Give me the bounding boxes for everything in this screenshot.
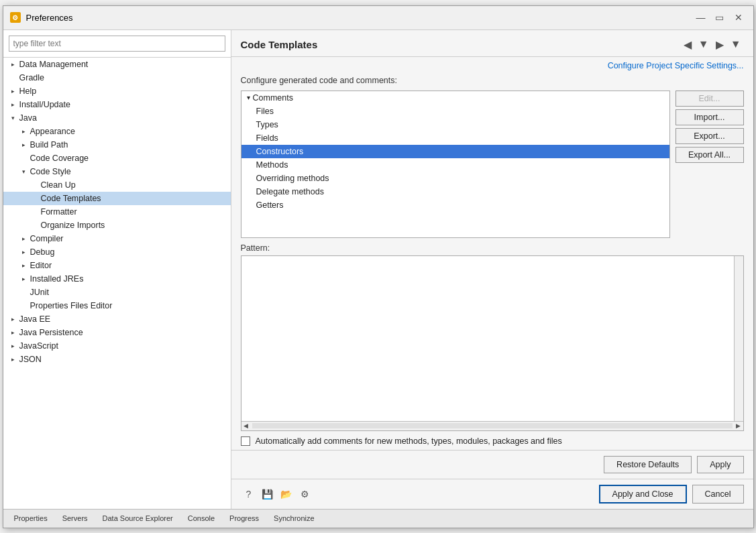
code-tree-item-files[interactable]: Files	[241, 105, 669, 118]
sidebar-item-java-ee[interactable]: Java EE	[3, 312, 231, 326]
nav-forward-dropdown[interactable]: ▼	[728, 37, 744, 52]
minimize-button[interactable]: —	[693, 9, 709, 25]
code-tree-label-comments: Comments	[253, 93, 293, 103]
sidebar-item-help[interactable]: Help	[3, 84, 231, 98]
close-button[interactable]: ✕	[731, 9, 747, 25]
edit-button[interactable]: Edit...	[676, 91, 744, 107]
sidebar-item-build-path[interactable]: Build Path	[3, 138, 231, 152]
java-ee-arrow-icon	[9, 314, 18, 324]
sidebar-item-installed-jres[interactable]: Installed JREs	[3, 272, 231, 286]
code-tree-item-types[interactable]: Types	[241, 118, 669, 131]
sidebar-item-json[interactable]: JSON	[3, 353, 231, 366]
configure-link[interactable]: Configure Project Specific Settings...	[231, 57, 753, 73]
footer-bar: PropertiesServersData Source ExplorerCon…	[3, 509, 753, 528]
title-bar: ⚙ Preferences — ▭ ✕	[3, 6, 753, 30]
sidebar-item-debug[interactable]: Debug	[3, 245, 231, 259]
apply-button[interactable]: Apply	[697, 456, 743, 473]
sidebar-item-compiler[interactable]: Compiler	[3, 232, 231, 245]
sidebar-item-label-installed-jres: Installed JREs	[30, 274, 84, 284]
sidebar-item-formatter[interactable]: Formatter	[3, 205, 231, 219]
code-tree-item-methods[interactable]: Methods	[241, 158, 669, 172]
scrollbar-track[interactable]	[252, 423, 733, 428]
scroll-left-icon[interactable]: ◀	[241, 421, 251, 430]
help-icon-button[interactable]: ?	[241, 486, 257, 502]
window-icon: ⚙	[10, 12, 21, 23]
sidebar-item-javascript[interactable]: JavaScript	[3, 339, 231, 353]
code-tree-area: ▾CommentsFilesTypesFieldsConstructorsMet…	[241, 91, 744, 238]
code-tree-item-constructors[interactable]: Constructors	[241, 145, 669, 158]
right-panel: Code Templates ◀ ▼ ▶ ▼ Configure Project…	[231, 30, 753, 509]
scroll-right-icon[interactable]: ▶	[734, 421, 743, 430]
nav-back-button[interactable]: ◀	[681, 37, 694, 52]
title-bar-left: ⚙ Preferences	[10, 12, 73, 23]
sidebar-item-clean-up[interactable]: Clean Up	[3, 178, 231, 192]
sidebar-item-organize-imports[interactable]: Organize Imports	[3, 219, 231, 232]
sidebar-item-install-update[interactable]: Install/Update	[3, 98, 231, 111]
code-style-arrow-icon	[19, 167, 29, 176]
nav-back-dropdown[interactable]: ▼	[696, 37, 712, 52]
json-arrow-icon	[9, 355, 18, 364]
sidebar-item-code-coverage[interactable]: Code Coverage	[3, 152, 231, 165]
pattern-label: Pattern:	[231, 241, 753, 254]
sidebar-item-appearance[interactable]: Appearance	[3, 125, 231, 138]
code-tree-item-overriding-methods[interactable]: Overriding methods	[241, 172, 669, 185]
footer-tab-console[interactable]: Console	[184, 513, 219, 524]
sidebar-item-label-appearance: Appearance	[30, 127, 75, 136]
icon-btn-2[interactable]: 💾	[260, 486, 276, 502]
code-tree-list: ▾CommentsFilesTypesFieldsConstructorsMet…	[241, 91, 670, 238]
sidebar-item-junit[interactable]: JUnit	[3, 286, 231, 299]
compiler-arrow-icon	[19, 234, 29, 243]
sidebar-item-label-code-coverage: Code Coverage	[30, 154, 89, 163]
code-tree-label-types: Types	[256, 120, 278, 129]
restore-defaults-button[interactable]: Restore Defaults	[604, 456, 692, 473]
sidebar-item-label-properties-files-editor: Properties Files Editor	[30, 301, 113, 310]
java-persistence-arrow-icon	[9, 328, 18, 337]
sidebar-item-label-junit: JUnit	[30, 288, 49, 297]
filter-input[interactable]	[9, 36, 225, 52]
sidebar-item-label-code-templates: Code Templates	[41, 194, 101, 203]
dialog-buttons: ? 💾 📂 ⚙ Apply and Close Cancel	[231, 479, 753, 509]
configure-label: Configure generated code and comments:	[231, 73, 753, 88]
footer-tab-progress[interactable]: Progress	[225, 513, 263, 524]
code-tree-label-methods: Methods	[256, 160, 288, 170]
cancel-button[interactable]: Cancel	[692, 485, 744, 504]
footer-tab-servers[interactable]: Servers	[58, 513, 92, 524]
sidebar-item-editor[interactable]: Editor	[3, 259, 231, 272]
right-header: Code Templates ◀ ▼ ▶ ▼	[231, 30, 753, 57]
sidebar-item-label-java-ee: Java EE	[19, 314, 51, 324]
apply-and-close-button[interactable]: Apply and Close	[599, 485, 687, 504]
footer-tab-properties[interactable]: Properties	[10, 513, 52, 524]
footer-tab-synchronize[interactable]: Synchronize	[270, 513, 319, 524]
code-tree-item-getters[interactable]: Getters	[241, 198, 669, 212]
code-tree-item-delegate-methods[interactable]: Delegate methods	[241, 185, 669, 198]
install-update-arrow-icon	[9, 100, 18, 109]
sidebar-item-properties-files-editor[interactable]: Properties Files Editor	[3, 299, 231, 312]
sidebar-item-label-java: Java	[19, 113, 37, 123]
code-tree-item-fields[interactable]: Fields	[241, 131, 669, 145]
icon-btn-4[interactable]: ⚙	[297, 486, 313, 502]
code-tree-label-delegate-methods: Delegate methods	[256, 187, 324, 196]
sidebar-item-data-management[interactable]: Data Management	[3, 58, 231, 71]
auto-comment-checkbox[interactable]	[241, 436, 250, 446]
appearance-arrow-icon	[19, 127, 29, 136]
sidebar-item-label-json: JSON	[19, 355, 42, 364]
help-arrow-icon	[9, 86, 18, 96]
sidebar-item-label-java-persistence: Java Persistence	[19, 328, 83, 337]
data-management-arrow-icon	[9, 60, 18, 69]
export-all-button[interactable]: Export All...	[676, 147, 744, 163]
import-button[interactable]: Import...	[676, 109, 744, 125]
export-button[interactable]: Export...	[676, 128, 744, 144]
sidebar-item-java-persistence[interactable]: Java Persistence	[3, 326, 231, 339]
nav-forward-button[interactable]: ▶	[713, 37, 726, 52]
sidebar-item-java[interactable]: Java	[3, 111, 231, 125]
icon-btn-3[interactable]: 📂	[278, 486, 294, 502]
panel-title: Code Templates	[241, 39, 318, 50]
pattern-scrollbar-v[interactable]	[734, 256, 743, 421]
footer-tab-data-source-explorer[interactable]: Data Source Explorer	[99, 513, 177, 524]
sidebar-item-gradle[interactable]: Gradle	[3, 71, 231, 84]
sidebar-item-label-help: Help	[19, 86, 37, 96]
sidebar-item-code-style[interactable]: Code Style	[3, 165, 231, 178]
sidebar-item-code-templates[interactable]: Code Templates	[3, 192, 231, 205]
maximize-button[interactable]: ▭	[712, 9, 728, 25]
code-tree-item-comments[interactable]: ▾Comments	[241, 91, 669, 105]
